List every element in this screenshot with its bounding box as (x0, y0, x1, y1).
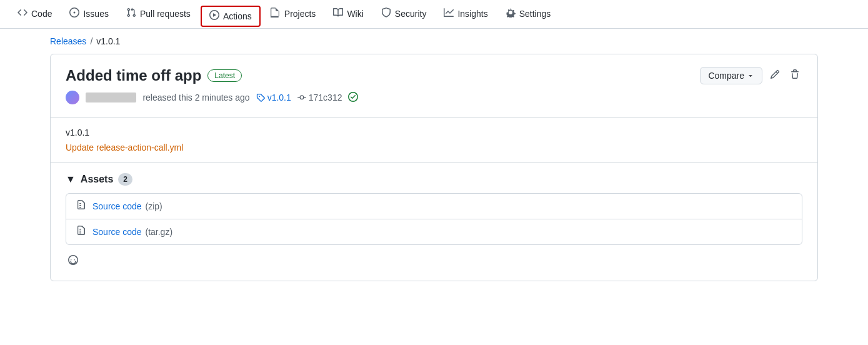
asset-type-tar: (tar.gz) (146, 227, 173, 237)
release-meta: — ██████ released this 2 minutes ago v1.… (66, 91, 358, 104)
assets-section: ▼ Assets 2 Source code (zip) (51, 163, 817, 281)
code-icon (17, 8, 27, 19)
release-commit: 171c312 (297, 92, 342, 102)
pull-requests-icon (126, 8, 136, 19)
file-zip-icon (76, 200, 86, 212)
release-tag-link[interactable]: v1.0.1 (256, 92, 291, 102)
release-body: v1.0.1 Update release-action-call.yml (51, 118, 817, 163)
nav-item-insights[interactable]: Insights (436, 0, 495, 29)
breadcrumb-separator: / (90, 36, 92, 46)
nav-item-code[interactable]: Code (10, 0, 59, 29)
assets-label: Assets (81, 174, 113, 185)
file-tar-icon (76, 226, 86, 238)
nav-label-wiki: Wiki (347, 9, 363, 19)
release-header: Added time off app Latest — ██████ relea… (51, 54, 817, 118)
breadcrumb-current: v1.0.1 (96, 36, 120, 46)
breadcrumb-releases-link[interactable]: Releases (50, 36, 86, 46)
release-tag-value: v1.0.1 (267, 92, 291, 102)
nav-label-issues: Issues (83, 9, 108, 19)
list-item: Source code (tar.gz) (66, 219, 802, 244)
release-toolbar: Compare (700, 67, 802, 84)
actions-icon (209, 10, 219, 22)
top-nav: Code Issues Pull requests Actions (0, 0, 868, 29)
nav-label-code: Code (31, 9, 52, 19)
release-version: v1.0.1 (66, 128, 802, 138)
issues-icon (69, 8, 79, 19)
release-card: Added time off app Latest — ██████ relea… (50, 54, 818, 281)
latest-badge: Latest (207, 69, 242, 82)
edit-button[interactable] (767, 67, 782, 84)
release-note: Update release-action-call.yml (66, 142, 802, 152)
nav-item-pull-requests[interactable]: Pull requests (119, 0, 198, 29)
emoji-reaction-button[interactable] (66, 252, 81, 271)
commit-value: 171c312 (309, 92, 342, 102)
assets-list: Source code (zip) Source code (tar.gz) (66, 193, 802, 245)
nav-item-actions[interactable]: Actions (201, 6, 261, 27)
release-time: released this 2 minutes ago (142, 92, 249, 102)
insights-icon (444, 8, 454, 19)
assets-header[interactable]: ▼ Assets 2 (66, 173, 802, 186)
nav-item-projects[interactable]: Projects (263, 0, 324, 29)
security-icon (381, 8, 391, 19)
nav-item-issues[interactable]: Issues (62, 0, 116, 29)
nav-label-insights: Insights (457, 9, 487, 19)
asset-label-tar: Source code (92, 227, 142, 237)
nav-label-projects: Projects (284, 9, 316, 19)
asset-type-zip: (zip) (146, 201, 162, 211)
nav-item-wiki[interactable]: Wiki (326, 0, 371, 29)
delete-button[interactable] (787, 67, 802, 84)
asset-label-zip: Source code (92, 201, 142, 211)
wiki-icon (333, 8, 343, 19)
nav-label-security: Security (395, 9, 427, 19)
nav-label-settings: Settings (519, 9, 551, 19)
username-blur: — ██████ (86, 92, 136, 102)
assets-triangle-icon: ▼ (66, 174, 76, 185)
assets-count: 2 (118, 173, 132, 186)
nav-item-settings[interactable]: Settings (498, 0, 559, 29)
list-item: Source code (zip) (66, 194, 802, 219)
asset-link-zip[interactable]: Source code (zip) (92, 201, 162, 211)
check-circle-icon (348, 92, 358, 104)
nav-label-pull-requests: Pull requests (140, 9, 191, 19)
avatar (66, 91, 79, 104)
nav-label-actions: Actions (223, 11, 252, 21)
breadcrumb: Releases / v1.0.1 (0, 29, 868, 54)
release-info: Added time off app Latest — ██████ relea… (66, 67, 358, 104)
main-content: Added time off app Latest — ██████ relea… (0, 54, 868, 294)
asset-link-tar[interactable]: Source code (tar.gz) (92, 227, 172, 237)
compare-label: Compare (708, 71, 744, 81)
settings-icon (506, 8, 516, 19)
compare-button[interactable]: Compare (700, 67, 762, 84)
nav-item-security[interactable]: Security (374, 0, 434, 29)
release-title-row: Added time off app Latest (66, 67, 358, 84)
release-title: Added time off app (66, 67, 201, 84)
projects-icon (271, 8, 281, 19)
